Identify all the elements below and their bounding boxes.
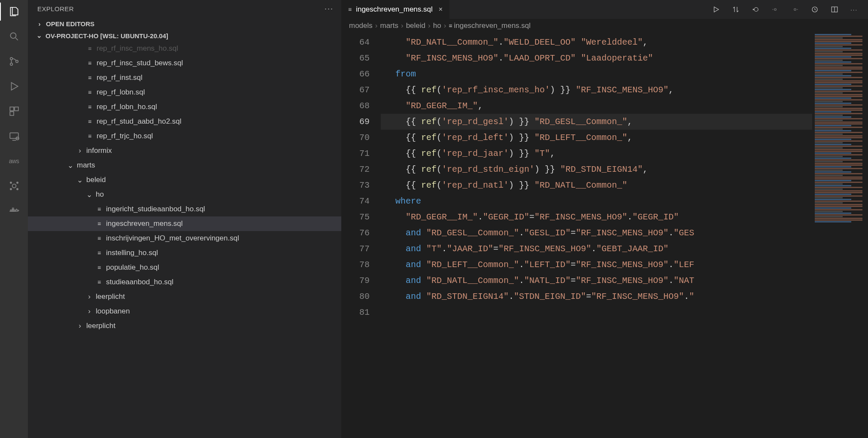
tree-item-label: rep_rf_inst.sql [97,73,143,82]
svg-rect-6 [10,112,14,116]
breadcrumb-models[interactable]: models [349,21,373,30]
tree-item-label: leerplicht [86,322,115,330]
minimap[interactable] [812,33,868,438]
files-icon[interactable] [8,5,21,18]
folder-marts[interactable]: ⌄marts [28,158,341,173]
code-line[interactable]: {{ ref('rep_rd_stdn_eign') }} "RD_STDN_E… [381,161,868,177]
file-rep_rf_lobn.sql[interactable]: ≡rep_rf_lobn.sql [28,85,341,100]
line-number: 73 [341,177,370,193]
file-icon: ≡ [86,60,93,67]
more-actions-icon[interactable]: ··· [850,6,858,13]
go-back-icon[interactable] [752,6,759,13]
file-tree: ≡rep_rf_insc_mens_ho.sql≡rep_rf_insc_stu… [28,41,341,438]
file-rep_rf_lobn_ho.sql[interactable]: ≡rep_rf_lobn_ho.sql [28,100,341,114]
remote-explorer-icon[interactable] [8,130,21,143]
line-number: 76 [341,225,370,241]
file-instelling_ho.sql[interactable]: ≡instelling_ho.sql [28,246,341,260]
folder-leerplicht[interactable]: ›leerplicht [28,289,341,304]
code-line[interactable] [381,304,868,320]
activity-bar: aws [0,0,28,438]
explorer-title: EXPLORER [37,5,74,12]
tree-item-label: rep_rf_stud_aabd_ho2.sql [97,117,182,126]
file-rep_rf_trjc_ho.sql[interactable]: ≡rep_rf_trjc_ho.sql [28,129,341,143]
file-rep_rf_insc_stud_bews.sql[interactable]: ≡rep_rf_insc_stud_bews.sql [28,56,341,70]
file-ingericht_studieaanbod_ho.sql[interactable]: ≡ingericht_studieaanbod_ho.sql [28,202,341,216]
file-inschrijvingen_HO_met_overervingen.sql[interactable]: ≡inschrijvingen_HO_met_overervingen.sql [28,231,341,246]
chevron-down-icon: ⌄ [36,32,42,40]
code-line[interactable]: "RF_INSC_MENS_HO9"."LAAD_OPRT_CD" "Laado… [381,50,868,66]
explorer-header: EXPLORER ··· [28,0,341,18]
project-root[interactable]: ⌄ OV-PROJECT-HO [WSL: UBUNTU-20.04] [28,30,341,41]
file-rep_rf_inst.sql[interactable]: ≡rep_rf_inst.sql [28,70,341,85]
step-forward-icon[interactable] [791,6,799,13]
folder-ho[interactable]: ⌄ho [28,187,341,202]
explorer-more-icon[interactable]: ··· [325,4,334,13]
folder-informix[interactable]: ›informix [28,143,341,158]
run-icon[interactable] [712,6,720,13]
svg-rect-7 [10,133,18,138]
tree-item-label: beleid [86,176,106,184]
code-editor[interactable]: 646566676869707172737475767778798081 "RD… [341,33,868,438]
svg-point-18 [754,8,758,12]
file-ingeschreven_mens.sql[interactable]: ≡ingeschreven_mens.sql [28,216,341,231]
file-studieaanbod_ho.sql[interactable]: ≡studieaanbod_ho.sql [28,275,341,289]
breadcrumb-separator: › [375,21,378,30]
breadcrumb-ho[interactable]: ho [433,21,441,30]
chevron-right-icon: › [77,146,83,155]
code-line[interactable]: {{ ref('rep_rd_left') }} "RD_LEFT__Commo… [381,130,868,146]
code-line[interactable]: "RD_GEGR__IM_", [381,98,868,114]
svg-point-1 [10,58,12,60]
chevron-right-icon: › [86,292,92,301]
code-line[interactable]: and "RD_NATL__Common_"."NATL_ID"="RF_INS… [381,273,868,289]
source-control-icon[interactable] [8,55,21,68]
breadcrumb-separator: › [401,21,404,30]
folder-loopbanen[interactable]: ›loopbanen [28,304,341,319]
line-number: 81 [341,304,370,320]
tree-item-label: studieaanbod_ho.sql [106,278,173,286]
code-line[interactable]: {{ ref('rep_rd_natl') }} "RD_NATL__Commo… [381,177,868,193]
code-line[interactable]: and "RD_STDN_EIGN14"."STDN_EIGN_ID"="RF_… [381,289,868,304]
code-line[interactable]: {{ ref('rep_rf_insc_mens_ho') }} "RF_INS… [381,82,868,98]
file-icon: ≡ [86,118,93,125]
svg-point-10 [10,182,11,183]
compare-changes-icon[interactable] [732,6,740,13]
file-rep_rf_stud_aabd_ho2.sql[interactable]: ≡rep_rf_stud_aabd_ho2.sql [28,114,341,129]
code-line[interactable]: "RD_NATL__Common_"."WELD_DEEL_OO" "Werel… [381,34,868,50]
docker-icon[interactable] [8,204,21,217]
extensions-icon[interactable] [8,105,21,118]
code-line[interactable]: from [381,66,868,82]
breadcrumb-ingeschreven_mens.sql[interactable]: ≡ingeschreven_mens.sql [449,21,531,30]
folder-beleid[interactable]: ⌄beleid [28,173,341,187]
code-line[interactable]: and "RD_GESL__Common_"."GESL_ID"="RF_INS… [381,225,868,241]
code-line[interactable]: {{ ref('rep_rd_jaar') }} "T", [381,146,868,161]
tab-bar: ≡ ingeschreven_mens.sql × ··· [341,0,868,19]
run-debug-icon[interactable] [8,80,21,93]
breadcrumb-beleid[interactable]: beleid [406,21,425,30]
split-editor-icon[interactable] [831,6,838,13]
tab-ingeschreven-mens[interactable]: ≡ ingeschreven_mens.sql × [341,0,449,19]
preview-icon[interactable] [811,6,819,13]
line-number: 72 [341,161,370,177]
line-number: 80 [341,289,370,304]
file-icon: ≡ [348,6,352,13]
svg-point-2 [10,63,12,65]
breadcrumb-marts[interactable]: marts [380,21,398,30]
code-line[interactable]: "RD_GEGR__IM_"."GEGR_ID"="RF_INSC_MENS_H… [381,209,868,225]
target-icon[interactable] [8,179,21,192]
close-icon[interactable]: × [439,6,443,13]
svg-point-12 [10,189,11,190]
line-number: 66 [341,66,370,82]
code-line[interactable]: and "RD_LEFT__Common_"."LEFT_ID"="RF_INS… [381,257,868,273]
code-line[interactable]: {{ ref('rep_rd_gesl') }} "RD_GESL__Commo… [381,114,868,130]
step-back-icon[interactable] [771,6,779,13]
code-line[interactable]: and "T"."JAAR_ID"="RF_INSC_MENS_HO9"."GE… [381,241,868,257]
aws-icon[interactable]: aws [8,155,21,167]
folder-leerplicht[interactable]: ›leerplicht [28,319,341,333]
code-content[interactable]: "RD_NATL__Common_"."WELD_DEEL_OO" "Werel… [378,33,868,438]
open-editors-section[interactable]: › OPEN EDITORS [28,18,341,30]
file-populatie_ho.sql[interactable]: ≡populatie_ho.sql [28,260,341,275]
file-rep_rf_insc_mens_ho.sql[interactable]: ≡rep_rf_insc_mens_ho.sql [28,41,341,56]
breadcrumb-separator: › [428,21,431,30]
code-line[interactable]: where [381,193,868,209]
search-icon[interactable] [8,30,21,43]
